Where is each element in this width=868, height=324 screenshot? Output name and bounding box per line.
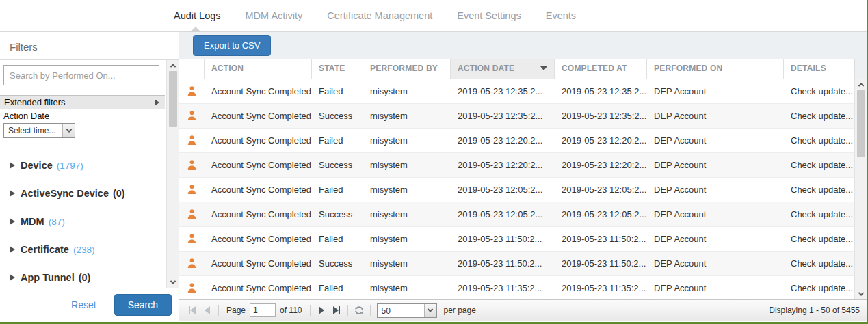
cell-action: Account Sync Completed <box>205 185 312 195</box>
cell-action-date: 2019-05-23 12:35:2... <box>451 111 555 121</box>
filter-label: App Tunnel <box>21 272 75 283</box>
audit-logs-page: Audit Logs MDM Activity Certificate Mana… <box>0 0 868 324</box>
table-row[interactable]: Account Sync Completed Success misystem … <box>179 153 854 178</box>
separator <box>347 305 348 316</box>
scroll-up-button[interactable] <box>167 60 179 71</box>
refresh-button[interactable] <box>352 303 367 317</box>
filter-item-app-tunnel[interactable]: App Tunnel (0) <box>10 272 165 283</box>
filter-label: Device <box>21 160 53 171</box>
page-label: Page <box>226 306 246 315</box>
search-button[interactable]: Search <box>114 294 172 316</box>
per-page-value: 50 <box>378 304 424 317</box>
active-tab-indicator <box>190 27 201 32</box>
page-number-input[interactable] <box>250 303 276 317</box>
filter-item-mdm[interactable]: MDM (87) <box>10 216 165 227</box>
chevron-down-icon <box>66 126 71 132</box>
table-row[interactable]: Account Sync Completed Success misystem … <box>179 252 854 276</box>
search-performed-on-input[interactable] <box>3 65 159 85</box>
cell-performed-by: misystem <box>363 209 451 219</box>
table-row[interactable]: Account Sync Completed Success misystem … <box>179 202 854 227</box>
cell-action-date: 2019-05-23 12:20:2... <box>451 135 555 146</box>
cell-completed-at: 2019-05-23 12:35:2... <box>555 111 647 121</box>
cell-action: Account Sync Completed <box>205 160 312 170</box>
reset-button[interactable]: Reset <box>71 299 96 310</box>
cell-state: Failed <box>312 283 363 293</box>
cell-completed-at: 2019-05-23 12:35:2... <box>555 86 647 96</box>
cell-performed-on: DEP Account <box>647 111 784 121</box>
column-header-completed-at[interactable]: COMPLETED AT <box>555 59 647 79</box>
action-date-select-value: Select time... <box>4 124 62 137</box>
cell-performed-by: misystem <box>363 185 451 195</box>
tab-events[interactable]: Events <box>546 10 576 21</box>
cell-performed-by: misystem <box>363 283 451 293</box>
filter-item-certificate[interactable]: Certificate (238) <box>10 244 165 255</box>
column-header-performed-on[interactable]: PERFORMED ON <box>647 59 784 79</box>
chevron-right-icon <box>155 99 159 106</box>
table-row[interactable]: Account Sync Completed Success misystem … <box>179 104 854 129</box>
chevron-down-icon <box>170 278 175 284</box>
first-page-button[interactable] <box>185 303 200 317</box>
table-row[interactable]: Account Sync Completed Failed misystem 2… <box>179 227 854 252</box>
cell-details: Check update... <box>784 258 854 269</box>
scroll-down-button[interactable] <box>855 288 867 299</box>
cell-action: Account Sync Completed <box>205 234 312 244</box>
column-header-action[interactable]: ACTION <box>205 59 312 79</box>
cell-completed-at: 2019-05-23 12:20:2... <box>555 135 647 146</box>
column-header-icon <box>179 59 205 79</box>
table-scrollbar[interactable] <box>854 79 867 299</box>
cell-action-date: 2019-05-23 12:35:2... <box>451 86 555 96</box>
user-icon <box>179 85 205 97</box>
cell-details: Check update... <box>784 283 854 293</box>
filter-label: ActiveSync Device <box>21 188 109 199</box>
separator <box>370 305 371 316</box>
next-page-button[interactable] <box>314 303 329 317</box>
per-page-select[interactable]: 50 <box>377 303 437 318</box>
scrollbar-thumb[interactable] <box>169 71 177 127</box>
grid-toolbar: Export to CSV <box>179 32 867 59</box>
cell-performed-by: misystem <box>363 135 451 146</box>
table-body: Account Sync Completed Failed misystem 2… <box>179 79 867 299</box>
per-page-label: per page <box>444 306 476 315</box>
cell-performed-on: DEP Account <box>647 234 784 244</box>
expand-arrow-icon <box>10 190 15 197</box>
column-header-performed-by[interactable]: PERFORMED BY <box>363 59 451 79</box>
cell-completed-at: 2019-05-23 12:05:2... <box>555 185 647 195</box>
column-header-action-date[interactable]: ACTION DATE <box>451 59 555 79</box>
tab-audit-logs[interactable]: Audit Logs <box>174 10 221 21</box>
tab-mdm-activity[interactable]: MDM Activity <box>246 10 303 21</box>
action-date-label: Action Date <box>0 109 165 123</box>
scrollbar-thumb[interactable] <box>857 90 865 157</box>
action-date-select[interactable]: Select time... <box>3 123 75 138</box>
table-row[interactable]: Account Sync Completed Failed misystem 2… <box>179 79 854 104</box>
table-row[interactable]: Account Sync Completed Failed misystem 2… <box>179 276 854 299</box>
select-arrow-button[interactable] <box>424 304 436 317</box>
extended-filters-row[interactable]: Extended filters <box>0 95 165 109</box>
cell-performed-on: DEP Account <box>647 209 784 219</box>
cell-performed-by: misystem <box>363 86 451 96</box>
table-row[interactable]: Account Sync Completed Failed misystem 2… <box>179 129 854 153</box>
cell-state: Success <box>312 209 363 219</box>
cell-completed-at: 2019-05-23 11:35:2... <box>555 283 647 293</box>
sidebar-scrollbar[interactable] <box>166 60 179 288</box>
cell-action: Account Sync Completed <box>205 111 312 121</box>
scroll-down-button[interactable] <box>167 277 179 288</box>
table-rows: Account Sync Completed Failed misystem 2… <box>179 79 854 299</box>
filter-item-activesync-device[interactable]: ActiveSync Device (0) <box>10 188 165 199</box>
content-area: Filters Extended filters Action Date Sel… <box>0 32 867 321</box>
filter-item-device[interactable]: Device (1797) <box>10 160 165 171</box>
sort-dropdown-icon[interactable] <box>540 66 547 70</box>
cell-performed-by: misystem <box>363 111 451 121</box>
select-arrow-button[interactable] <box>62 124 75 137</box>
tab-certificate-management[interactable]: Certificate Management <box>327 10 432 21</box>
scroll-up-button[interactable] <box>855 79 867 90</box>
cell-action-date: 2019-05-23 11:35:2... <box>451 283 555 293</box>
cell-details: Check update... <box>784 209 854 219</box>
chevron-up-icon <box>858 83 863 88</box>
previous-page-button[interactable] <box>200 303 215 317</box>
last-page-button[interactable] <box>329 303 344 317</box>
column-header-details[interactable]: DETAILS <box>784 59 854 79</box>
export-csv-button[interactable]: Export to CSV <box>193 35 271 56</box>
table-row[interactable]: Account Sync Completed Failed misystem 2… <box>179 178 854 202</box>
tab-event-settings[interactable]: Event Settings <box>457 10 521 21</box>
column-header-state[interactable]: STATE <box>312 59 363 79</box>
